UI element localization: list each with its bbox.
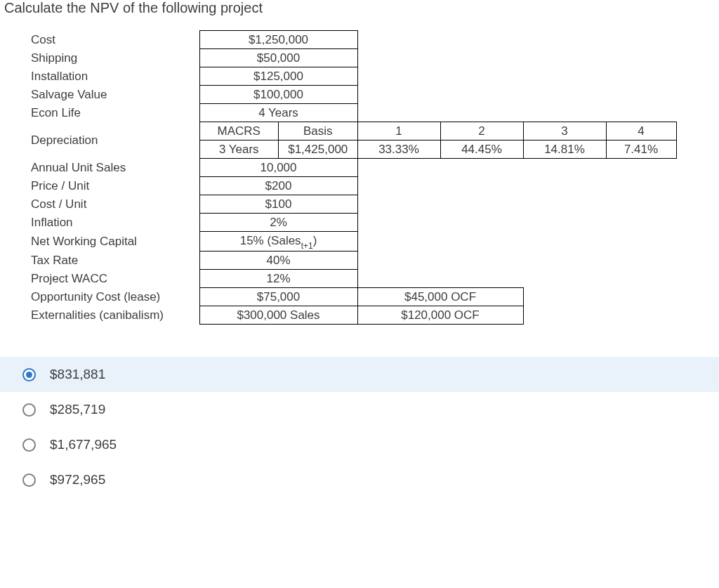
dep-basis-value: $1,425,000 bbox=[279, 141, 358, 159]
row-cost-unit: Cost / Unit $100 bbox=[24, 195, 676, 214]
label-nwc: Net Working Capital bbox=[24, 232, 199, 251]
value-price-unit: $200 bbox=[199, 177, 357, 195]
dep-macrs-value: 3 Years bbox=[199, 141, 279, 159]
row-econ-life: Econ Life 4 Years bbox=[24, 104, 676, 122]
value-shipping: $50,000 bbox=[199, 49, 357, 67]
label-cost-unit: Cost / Unit bbox=[24, 195, 199, 214]
answer-option-4[interactable]: $972,965 bbox=[0, 462, 719, 497]
value-econ-life: 4 Years bbox=[199, 104, 357, 122]
dep-year-3: 3 bbox=[523, 122, 606, 141]
row-installation: Installation $125,000 bbox=[24, 67, 676, 86]
answer-option-3[interactable]: $1,677,965 bbox=[0, 427, 719, 462]
project-data-table: Cost $1,250,000 Shipping $50,000 Install… bbox=[0, 20, 719, 325]
row-inflation: Inflation 2% bbox=[24, 214, 676, 232]
label-wacc: Project WACC bbox=[24, 270, 199, 288]
value-installation: $125,000 bbox=[199, 67, 357, 86]
answer-option-2[interactable]: $285,719 bbox=[0, 392, 719, 427]
dep-year-4: 4 bbox=[606, 122, 676, 141]
answer-label: $972,965 bbox=[50, 472, 105, 488]
label-salvage: Salvage Value bbox=[24, 86, 199, 104]
value-cost: $1,250,000 bbox=[199, 31, 357, 49]
question-title: Calculate the NPV of the following proje… bbox=[0, 0, 719, 20]
dep-pct-3: 14.81% bbox=[523, 141, 606, 159]
label-shipping: Shipping bbox=[24, 49, 199, 67]
row-externalities: Externalities (canibalism) $300,000 Sale… bbox=[24, 306, 676, 325]
row-opportunity-cost: Opportunity Cost (lease) $75,000 $45,000… bbox=[24, 288, 676, 306]
row-shipping: Shipping $50,000 bbox=[24, 49, 676, 67]
dep-pct-2: 44.45% bbox=[440, 141, 523, 159]
row-wacc: Project WACC 12% bbox=[24, 270, 676, 288]
value-ext-ocf: $120,000 OCF bbox=[357, 306, 523, 325]
answer-option-1[interactable]: $831,881 bbox=[0, 357, 719, 392]
label-cost: Cost bbox=[24, 31, 199, 49]
radio-icon bbox=[22, 368, 36, 381]
value-tax: 40% bbox=[199, 251, 357, 270]
value-cost-unit: $100 bbox=[199, 195, 357, 214]
label-opp: Opportunity Cost (lease) bbox=[24, 288, 199, 306]
label-inflation: Inflation bbox=[24, 214, 199, 232]
label-annual-units: Annual Unit Sales bbox=[24, 159, 199, 177]
row-nwc: Net Working Capital 15% (Salest+1) bbox=[24, 232, 676, 251]
value-wacc: 12% bbox=[199, 270, 357, 288]
label-price-unit: Price / Unit bbox=[24, 177, 199, 195]
label-tax: Tax Rate bbox=[24, 251, 199, 270]
radio-icon bbox=[22, 473, 36, 487]
label-econ-life: Econ Life bbox=[24, 104, 199, 122]
label-depreciation: Depreciation bbox=[24, 122, 199, 159]
dep-pct-1: 33.33% bbox=[357, 141, 440, 159]
value-nwc: 15% (Salest+1) bbox=[199, 232, 357, 251]
value-ext: $300,000 Sales bbox=[199, 306, 357, 325]
label-ext: Externalities (canibalism) bbox=[24, 306, 199, 325]
dep-macrs-header: MACRS bbox=[199, 122, 279, 141]
row-annual-unit-sales: Annual Unit Sales 10,000 bbox=[24, 159, 676, 177]
dep-year-2: 2 bbox=[440, 122, 523, 141]
label-installation: Installation bbox=[24, 67, 199, 86]
dep-pct-4: 7.41% bbox=[606, 141, 676, 159]
radio-icon bbox=[22, 438, 36, 452]
answer-label: $1,677,965 bbox=[50, 437, 117, 452]
answer-label: $831,881 bbox=[50, 367, 105, 382]
value-annual-units: 10,000 bbox=[199, 159, 357, 177]
answer-options: $831,881 $285,719 $1,677,965 $972,965 bbox=[0, 357, 719, 497]
row-tax: Tax Rate 40% bbox=[24, 251, 676, 270]
value-inflation: 2% bbox=[199, 214, 357, 232]
value-salvage: $100,000 bbox=[199, 86, 357, 104]
value-opp-ocf: $45,000 OCF bbox=[357, 288, 523, 306]
dep-year-1: 1 bbox=[357, 122, 440, 141]
row-salvage: Salvage Value $100,000 bbox=[24, 86, 676, 104]
answer-label: $285,719 bbox=[50, 402, 105, 417]
dep-basis-header: Basis bbox=[279, 122, 358, 141]
radio-icon bbox=[22, 403, 36, 417]
row-depreciation-header: Depreciation MACRS Basis 1 2 3 4 bbox=[24, 122, 676, 141]
row-price-unit: Price / Unit $200 bbox=[24, 177, 676, 195]
row-cost: Cost $1,250,000 bbox=[24, 31, 676, 49]
value-opp: $75,000 bbox=[199, 288, 357, 306]
